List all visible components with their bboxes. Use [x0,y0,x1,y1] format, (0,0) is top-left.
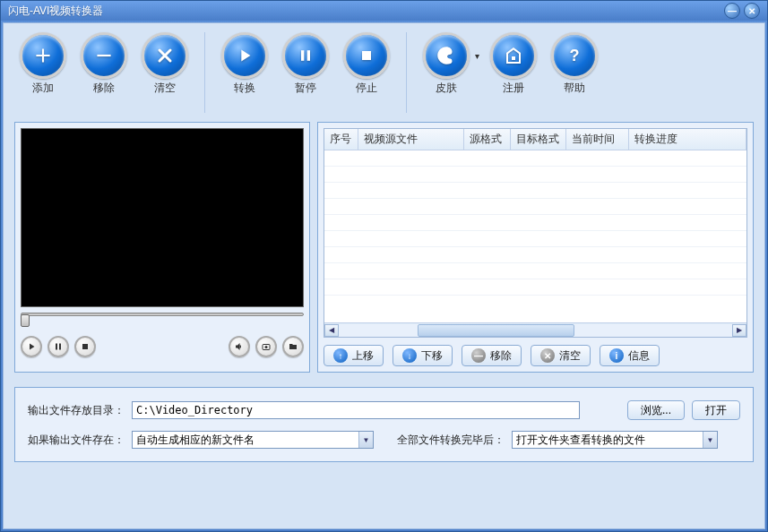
table-body [324,150,746,322]
volume-button[interactable] [229,336,250,357]
scroll-thumb[interactable] [418,324,575,337]
list-remove-button[interactable]: —移除 [462,345,522,366]
move-down-button[interactable]: ↓下移 [393,345,453,366]
close-button[interactable]: ✕ [744,3,760,19]
scroll-left-arrow[interactable]: ◀ [324,324,339,337]
clear-button[interactable] [142,32,188,79]
move-up-button[interactable]: ↑上移 [324,345,384,366]
th-src-format[interactable]: 源格式 [464,129,511,150]
preview-stop-button[interactable] [74,336,96,357]
chevron-down-icon: ▼ [358,432,373,448]
video-preview [21,128,304,307]
preview-panel [14,122,310,373]
scroll-right-arrow[interactable]: ▶ [732,324,746,337]
svg-point-10 [265,346,268,348]
if-exists-select[interactable]: 自动生成相应的新文件名 ▼ [132,431,374,449]
seek-slider[interactable] [21,313,304,327]
if-exists-label: 如果输出文件存在： [28,433,125,448]
th-index[interactable]: 序号 [324,129,358,150]
browse-button[interactable]: 浏览... [627,400,685,420]
arrow-down-icon: ↓ [402,348,417,363]
skin-label: 皮肤 [436,81,457,96]
window-title: 闪电-AVI视频转换器 [8,4,724,19]
th-current-time[interactable]: 当前时间 [566,129,629,150]
snapshot-button[interactable] [255,336,277,357]
svg-rect-8 [82,344,88,349]
after-convert-label: 全部文件转换完毕后： [397,433,505,448]
chevron-down-icon: ▼ [703,432,717,448]
info-icon: i [609,348,624,363]
seek-thumb[interactable] [21,314,30,327]
horizontal-scrollbar[interactable]: ◀ ▶ [324,322,746,337]
add-label: 添加 [32,81,54,96]
help-button[interactable]: ? [551,32,598,79]
minus-icon: — [471,348,486,363]
svg-rect-1 [301,50,304,61]
stop-button[interactable] [343,32,390,79]
register-button[interactable] [490,32,537,79]
svg-rect-4 [512,56,515,60]
th-dst-format[interactable]: 目标格式 [511,129,566,150]
preview-pause-button[interactable] [47,336,69,357]
add-button[interactable] [20,32,66,79]
output-dir-input[interactable] [132,401,580,419]
info-button[interactable]: i信息 [600,345,660,366]
file-list-panel: 序号 视频源文件 源格式 目标格式 当前时间 转换进度 ◀ ▶ [317,122,754,373]
clear-label: 清空 [154,81,176,96]
output-dir-label: 输出文件存放目录： [28,403,125,418]
file-table: 序号 视频源文件 源格式 目标格式 当前时间 转换进度 ◀ ▶ [324,128,747,338]
convert-label: 转换 [234,81,255,96]
th-progress[interactable]: 转换进度 [629,129,746,150]
skin-button[interactable] [423,32,470,79]
minimize-button[interactable]: — [724,3,740,19]
convert-button[interactable] [221,32,268,79]
svg-rect-7 [59,344,61,350]
skin-dropdown-arrow[interactable]: ▾ [475,51,479,61]
titlebar: 闪电-AVI视频转换器 — ✕ [1,1,767,21]
after-convert-select[interactable]: 打开文件夹查看转换的文件 ▼ [512,431,718,449]
remove-label: 移除 [93,81,115,96]
register-label: 注册 [503,81,524,96]
arrow-up-icon: ↑ [333,348,348,363]
open-button[interactable]: 打开 [692,400,740,420]
help-label: 帮助 [564,81,585,96]
th-source[interactable]: 视频源文件 [358,129,464,150]
app-window: 闪电-AVI视频转换器 — ✕ 添加 移除 清空 [0,0,768,532]
pause-label: 暂停 [295,81,316,96]
preview-play-button[interactable] [21,336,42,357]
output-settings-panel: 输出文件存放目录： 浏览... 打开 如果输出文件存在： 自动生成相应的新文件名… [14,387,754,462]
svg-rect-0 [97,55,110,56]
x-icon: ✕ [540,348,555,363]
svg-rect-6 [56,344,57,350]
list-clear-button[interactable]: ✕清空 [531,345,591,366]
remove-button[interactable] [81,32,127,79]
stop-label: 停止 [356,81,377,96]
svg-rect-3 [362,51,371,60]
open-folder-button[interactable] [282,336,304,357]
svg-text:?: ? [570,47,580,64]
svg-rect-2 [307,50,310,61]
pause-button[interactable] [282,32,329,79]
main-toolbar: 添加 移除 清空 转换 暂停 [4,23,764,118]
